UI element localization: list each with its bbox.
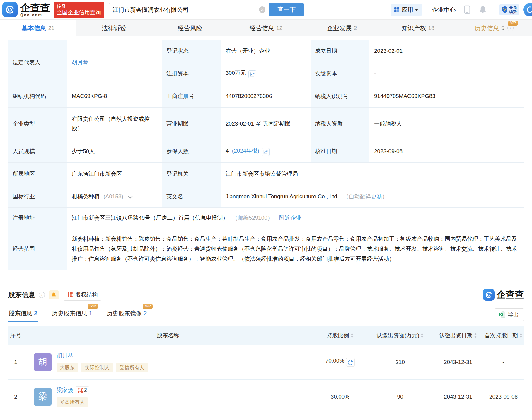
qcc-ring-icon [483, 289, 495, 301]
enterprise-center-link[interactable]: 企业中心 [432, 6, 456, 14]
industry-value: 柑橘类种植 [72, 193, 100, 199]
brand-name: 企查查 [497, 289, 524, 301]
chevron-down-icon[interactable] [128, 195, 133, 199]
shareholder-row: 2 梁 梁家焕 [8, 380, 524, 414]
shareholders-table: 序号 股东名称 持股比例 认缴出资额(万元) 认缴出资日期 首次持股日期 1 胡… [8, 326, 524, 414]
sort-arrows-icon[interactable] [351, 333, 354, 338]
info-circle-icon[interactable]: i [507, 25, 514, 31]
network-icon [78, 388, 83, 393]
related-count: 2 [84, 387, 87, 393]
tab-operation-info[interactable]: 经营信息12 [228, 20, 304, 36]
equity-structure-button[interactable]: 股权结构 [64, 289, 101, 301]
follow-bell-button[interactable] [49, 290, 59, 299]
tab-shareholders-mirror[interactable]: VIP 历史股东镜像2 [106, 308, 147, 322]
first-date-value: - [483, 345, 524, 380]
est-date-value: 2023-02-01 [369, 40, 524, 62]
col-ratio[interactable]: 持股比例 [313, 326, 367, 345]
trend-chart-icon[interactable] [248, 70, 256, 78]
shareholder-name-link[interactable]: 胡月琴 [57, 352, 73, 360]
tab-legal[interactable]: 法律诉讼 [76, 20, 152, 36]
staff-size-label: 人员规模 [8, 140, 67, 163]
tab-basic-info[interactable]: 基本信息21 [0, 20, 76, 36]
export-label: 导出 [508, 311, 519, 319]
biz-scope-label: 经营范围 [8, 228, 67, 270]
en-name-update-link[interactable]: 更新 [371, 193, 382, 199]
top-header: 企查查 Qcc.com 传奇 全国企业信用查询 江门市新会懂润农业有限公司 ✕ … [0, 0, 532, 19]
header-divider [494, 6, 494, 14]
address-zip: （邮编529100） [232, 215, 273, 221]
search-button[interactable]: 查一下 [269, 3, 304, 16]
col-subscribe-date[interactable]: 认缴出资日期 [433, 326, 483, 345]
bell-icon[interactable] [479, 6, 487, 14]
subscribe-date-value: 2043-12-31 [433, 380, 483, 414]
vip-badge: VIP [143, 304, 153, 309]
tag-actual-controller: 实际控制人 [81, 363, 113, 372]
tab-operation-risk[interactable]: 经营风险 [152, 20, 228, 36]
trend-chart-icon[interactable] [262, 148, 270, 156]
logo[interactable]: 企查查 Qcc.com [20, 3, 50, 17]
col-first-date[interactable]: 首次持股日期 [483, 326, 524, 345]
tag-beneficial-owner: 受益所有人 [57, 397, 88, 407]
insured-report-link[interactable]: (2024年报) [232, 148, 259, 154]
shareholder-row: 1 胡 胡月琴 大股东 实际控制人 受益所有人 70.00% 210 [8, 345, 524, 380]
sort-arrows-icon[interactable] [519, 333, 522, 338]
reg-capital-value: 300万元 [226, 70, 246, 76]
tab-shareholders-history[interactable]: VIP 历史股东信息1 [51, 308, 93, 322]
company-type-value: 有限责任公司（自然人投资或控股） [67, 108, 162, 140]
row-no: 1 [8, 345, 23, 380]
shareholders-tabbar: 股东信息2 VIP 历史股东信息1 VIP 历史股东镜像2 导出 [8, 308, 524, 322]
reg-capital-label: 注册资本 [162, 62, 221, 85]
taxpayer-id-value: 91440705MAC69KPG83 [369, 85, 524, 108]
first-date-value: 2023-09-08 [483, 380, 524, 414]
en-name-cell: Jiangmen Xinhui Tongrun Agriculture Co.,… [221, 185, 524, 208]
shareholder-name-link[interactable]: 梁家焕 [57, 387, 73, 394]
legal-rep-link[interactable]: 胡月琴 [72, 59, 88, 65]
tab-shareholders-current[interactable]: 股东信息2 [8, 308, 38, 322]
nearby-companies-link[interactable]: 附近企业 [279, 215, 301, 221]
biz-term-label: 营业期限 [162, 108, 221, 140]
en-name-note-suffix: ） [382, 193, 388, 199]
search-value[interactable]: 江门市新会懂润农业有限公司 [112, 6, 259, 14]
tab-ip[interactable]: 知识产权18 [380, 20, 456, 36]
shareholder-cell: 梁 梁家焕 2 [23, 380, 313, 414]
org-chart-icon [67, 292, 73, 298]
sort-arrows-icon[interactable] [421, 333, 424, 338]
biz-scope-value: 新会柑种植；新会柑销售；陈皮销售；食品销售；食品生产；茶叶制品生产；食用农产品批… [67, 228, 524, 270]
shield-icon [502, 6, 508, 13]
phone-icon[interactable] [464, 5, 471, 14]
reg-status-label: 登记状态 [162, 40, 221, 62]
pie-chart-icon[interactable] [346, 358, 355, 367]
col-amount[interactable]: 认缴出资额(万元) [367, 326, 433, 345]
reg-status-value: 在营（开业）企业 [221, 40, 311, 62]
info-circle-icon[interactable]: i [39, 292, 45, 298]
tab-development[interactable]: 企业发展2 [304, 20, 380, 36]
insured-cell: 4 (2024年报) [221, 140, 311, 163]
ratio-value: 30.00% [313, 380, 367, 414]
qcc-ring-icon[interactable] [2, 2, 18, 17]
tag-beneficial-owner: 受益所有人 [116, 363, 148, 372]
staff-size-value: 少于50人 [67, 140, 162, 163]
paid-capital-label: 实缴资本 [311, 62, 369, 85]
shareholders-title: 股东信息 [8, 290, 35, 299]
col-name: 股东名称 [23, 326, 313, 345]
qcc-watermark-brand: 企查查 [483, 289, 524, 301]
promo-banner: 传奇 全国企业信用查询 [54, 2, 104, 18]
related-companies-badge[interactable]: 2 [76, 386, 89, 394]
shareholders-header-row: 序号 股东名称 持股比例 认缴出资额(万元) 认缴出资日期 首次持股日期 [8, 326, 524, 345]
tab-history[interactable]: VIP 历史信息5 i [456, 20, 532, 36]
qcc-mascot-icon[interactable] [523, 3, 532, 16]
clear-circle-icon[interactable]: ✕ [259, 6, 265, 13]
search-input[interactable]: 江门市新会懂润农业有限公司 ✕ [109, 3, 269, 16]
apps-label: 应用 [402, 6, 413, 14]
amount-value: 210 [367, 345, 433, 380]
vip-renew-button[interactable]: 会员续费 [499, 4, 519, 15]
industry-code: (A0153) [103, 193, 123, 199]
company-type-label: 企业类型 [8, 108, 67, 140]
address-cell: 江门市新会区三江镇八堡路49号（厂房二）首层（信息申报制） （邮编529100）… [67, 208, 524, 228]
en-name-value: Jiangmen Xinhui Tongrun Agriculture Co.,… [226, 193, 339, 199]
apps-menu[interactable]: 应用 [391, 4, 422, 16]
export-button[interactable]: 导出 [495, 308, 524, 321]
sort-arrows-icon[interactable] [474, 333, 477, 338]
insured-count: 4 [226, 148, 229, 154]
reg-authority-value: 江门市新会区市场监督管理局 [221, 163, 524, 185]
